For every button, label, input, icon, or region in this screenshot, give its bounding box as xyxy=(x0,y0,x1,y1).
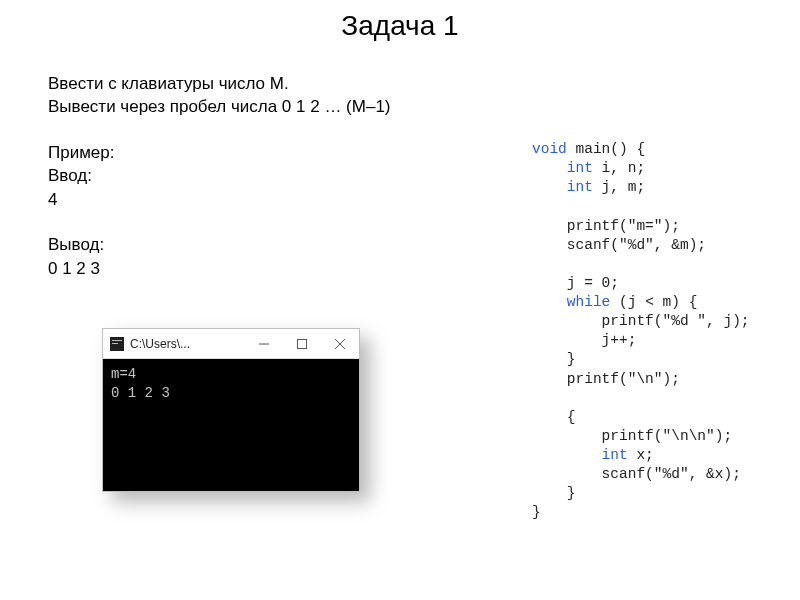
code-text: } xyxy=(532,504,541,520)
problem-line-2: Вывести через пробел числа 0 1 2 … (М–1) xyxy=(48,95,468,118)
output-value: 0 1 2 3 xyxy=(48,257,468,280)
code-text: printf("%d ", j); xyxy=(532,313,750,329)
svg-rect-2 xyxy=(112,343,118,344)
code-text: printf("\n\n"); xyxy=(532,428,732,444)
code-text: { xyxy=(532,409,576,425)
svg-rect-1 xyxy=(112,340,122,341)
page-title: Задача 1 xyxy=(0,0,800,42)
code-text: scanf("%d", &x); xyxy=(532,466,741,482)
code-text: j, m; xyxy=(593,179,645,195)
maximize-button[interactable] xyxy=(283,329,321,358)
code-kw: while xyxy=(532,294,610,310)
output-label: Вывод: xyxy=(48,233,468,256)
code-text: } xyxy=(532,485,576,501)
problem-block: Ввести с клавиатуры число M. Вывести чер… xyxy=(48,72,468,280)
code-block: void main() { int i, n; int j, m; printf… xyxy=(532,140,750,523)
input-label: Ввод: xyxy=(48,164,468,187)
code-text: printf("m="); xyxy=(532,218,680,234)
code-text: (j < m) { xyxy=(610,294,697,310)
close-icon xyxy=(335,339,345,349)
console-window: C:\Users\... m=4 0 1 2 3 xyxy=(102,328,360,492)
code-kw: int xyxy=(532,179,593,195)
minimize-button[interactable] xyxy=(245,329,283,358)
close-button[interactable] xyxy=(321,329,359,358)
app-icon xyxy=(110,337,124,351)
maximize-icon xyxy=(297,339,307,349)
code-text: j++; xyxy=(532,332,636,348)
problem-line-1: Ввести с клавиатуры число M. xyxy=(48,72,468,95)
code-text: i, n; xyxy=(593,160,645,176)
code-text: main() { xyxy=(567,141,645,157)
console-output: m=4 0 1 2 3 xyxy=(103,359,359,491)
code-text: j = 0; xyxy=(532,275,619,291)
code-kw: int xyxy=(532,160,593,176)
minimize-icon xyxy=(259,339,269,349)
window-title: C:\Users\... xyxy=(130,337,190,351)
titlebar: C:\Users\... xyxy=(103,329,359,359)
code-text: x; xyxy=(628,447,654,463)
code-text: scanf("%d", &m); xyxy=(532,237,706,253)
example-label: Пример: xyxy=(48,141,468,164)
code-kw: void xyxy=(532,141,567,157)
code-kw: int xyxy=(532,447,628,463)
input-value: 4 xyxy=(48,188,468,211)
svg-rect-4 xyxy=(298,339,307,348)
code-text: } xyxy=(532,351,576,367)
code-text: printf("\n"); xyxy=(532,371,680,387)
